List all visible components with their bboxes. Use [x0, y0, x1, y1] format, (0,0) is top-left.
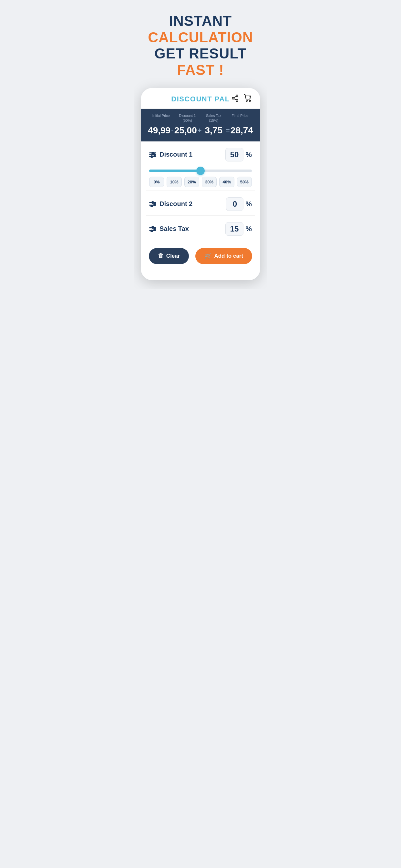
clear-icon: 🗑: [158, 252, 164, 259]
operator-plus: +: [197, 126, 203, 135]
quick-btn-40[interactable]: 40%: [219, 177, 234, 187]
slider-section: 0%10%20%30%40%50%: [146, 166, 255, 191]
app-title: DISCOUNT PAL: [171, 95, 229, 103]
headline-line1-dark: INSTANT: [169, 13, 232, 29]
summary-labels: Initial Price Discount 1(50%) Sales Tax(…: [148, 113, 253, 123]
share-icon[interactable]: [231, 94, 239, 104]
quick-btn-20[interactable]: 20%: [184, 177, 199, 187]
operator-equals: =: [225, 126, 230, 135]
discount1-value-group: 50 %: [225, 148, 252, 161]
bottom-buttons: 🗑 Clear 🛒 Add to cart: [141, 240, 260, 268]
label-discount1: Discount 1(50%): [174, 113, 201, 123]
headline-line1-orange: CALCULATION: [148, 29, 253, 45]
discount2-value-group: 0 %: [226, 197, 252, 211]
controls: Discount 1 50 % 0%10%20%30%40%50% Discou…: [141, 142, 260, 240]
headline: INSTANT CALCULATION GET RESULT FAST !: [134, 0, 267, 88]
summary-bar: Initial Price Discount 1(50%) Sales Tax(…: [141, 109, 260, 142]
discount2-percent: %: [245, 200, 252, 208]
summary-values: 49,99 - 25,00 + 3,75 = 28,74: [148, 125, 253, 135]
svg-line-3: [234, 99, 236, 100]
svg-text:0: 0: [249, 95, 251, 98]
value-initial-price: 49,99: [148, 125, 171, 135]
app-header: DISCOUNT PAL 0: [141, 88, 260, 109]
svg-point-5: [246, 100, 247, 101]
header-icons: 0: [231, 94, 252, 104]
label-sales-tax: Sales Tax(15%): [201, 113, 227, 123]
clear-label: Clear: [166, 253, 180, 259]
headline-line2-orange: FAST !: [177, 62, 224, 78]
sliders-icon-discount2: [149, 202, 156, 206]
svg-point-6: [249, 100, 251, 101]
sliders-icon-discount1: [149, 152, 156, 157]
quick-btn-0[interactable]: 0%: [149, 177, 164, 187]
discount1-label: Discount 1: [149, 151, 192, 158]
operator-minus: -: [171, 126, 174, 135]
sales-tax-label: Sales Tax: [149, 225, 189, 232]
sales-tax-row: Sales Tax 15 %: [146, 216, 255, 240]
value-discount1: 25,00: [174, 125, 197, 135]
discount1-value-box[interactable]: 50: [225, 148, 244, 161]
headline-line2-dark: GET RESULT: [154, 45, 246, 61]
quick-btn-50[interactable]: 50%: [237, 177, 252, 187]
svg-line-4: [234, 97, 236, 98]
quick-btn-10[interactable]: 10%: [166, 177, 181, 187]
discount2-label: Discount 2: [149, 200, 192, 208]
value-final-price: 28,74: [230, 125, 253, 135]
add-cart-icon: 🛒: [204, 252, 212, 259]
sales-tax-value-group: 15 %: [225, 222, 252, 236]
add-cart-label: Add to cart: [214, 253, 243, 259]
label-initial-price: Initial Price: [148, 113, 174, 123]
quick-buttons: 0%10%20%30%40%50%: [149, 177, 252, 187]
label-final-price: Final Price: [227, 113, 253, 123]
discount1-percent: %: [245, 151, 252, 159]
quick-btn-30[interactable]: 30%: [202, 177, 217, 187]
discount2-value-box[interactable]: 0: [226, 197, 243, 211]
discount2-row: Discount 2 0 %: [146, 191, 255, 216]
sales-tax-value-box[interactable]: 15: [225, 222, 244, 236]
discount1-row: Discount 1 50 %: [146, 142, 255, 166]
value-sales-tax: 3,75: [203, 125, 225, 135]
discount1-slider[interactable]: [149, 169, 252, 172]
sales-tax-percent: %: [245, 225, 252, 233]
clear-button[interactable]: 🗑 Clear: [149, 248, 189, 264]
cart-icon[interactable]: 0: [243, 94, 252, 104]
phone-frame: DISCOUNT PAL 0: [141, 88, 260, 280]
sliders-icon-tax: [149, 227, 156, 231]
add-to-cart-button[interactable]: 🛒 Add to cart: [195, 248, 252, 264]
